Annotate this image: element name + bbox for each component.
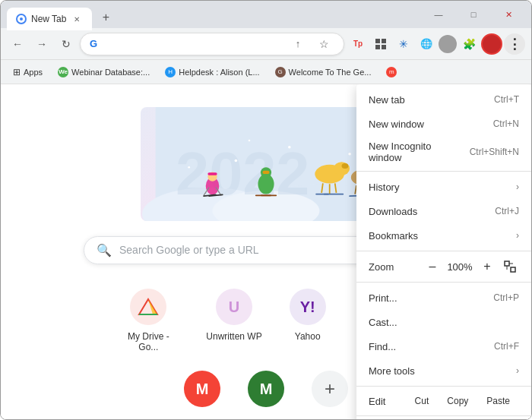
active-tab[interactable]: New Tab ✕ (7, 8, 92, 30)
print-label: Print... (369, 292, 487, 304)
cut-button[interactable]: Cut (406, 393, 439, 409)
shortcut-wp[interactable]: U Unwritten WP (200, 283, 268, 358)
svg-point-38 (188, 166, 190, 169)
tab-favicon (16, 14, 27, 24)
svg-point-1 (20, 17, 23, 21)
bookmark-welcome[interactable]: G Welcome To The Ge... (269, 65, 378, 80)
globe-icon[interactable]: 🌐 (416, 33, 437, 55)
menu-more-tools[interactable]: More tools › (356, 358, 531, 383)
apps-icon: ⊞ (13, 67, 21, 77)
profile-avatar[interactable] (481, 33, 502, 55)
close-window-button[interactable]: ✕ (492, 4, 525, 25)
toolbar: ← → ↻ G ↑ ☆ Tp ✳ 🌐 🧩 ⋮ (1, 28, 531, 60)
more-tools-arrow: › (516, 365, 519, 376)
window-action-btns: — □ ✕ (422, 4, 525, 25)
forward-button[interactable]: → (31, 33, 52, 55)
zoom-minus-button[interactable]: – (423, 257, 442, 276)
bookmarks-bar: ⊞ Apps We Webinar Database:... H Helpdes… (1, 60, 531, 84)
shortcut-add[interactable]: + (306, 365, 354, 419)
puzzle-icon[interactable]: 🧩 (458, 33, 480, 55)
zoom-expand-button[interactable] (501, 257, 519, 276)
menu-print[interactable]: Print... Ctrl+P (356, 286, 531, 310)
wp-icon: U (216, 289, 252, 325)
downloads-shortcut: Ctrl+J (495, 206, 519, 216)
google-doodle: 2022 (141, 107, 391, 221)
zoom-value: 100% (446, 261, 473, 273)
zoom-controls: – 100% + (423, 257, 519, 276)
content-area: 2022 (1, 84, 531, 419)
tab-close-btn[interactable]: ✕ (71, 13, 83, 25)
zoom-label: Zoom (369, 261, 420, 273)
svg-rect-3 (382, 39, 386, 43)
downloads-label: Downloads (369, 206, 489, 217)
svg-point-12 (334, 162, 350, 175)
menu-downloads[interactable]: Downloads Ctrl+J (356, 199, 531, 223)
svg-point-40 (249, 140, 251, 142)
menu-new-tab[interactable]: New tab Ctrl+T (356, 87, 531, 112)
grey-circle-icon[interactable] (439, 35, 457, 53)
find-shortcut: Ctrl+F (494, 341, 519, 352)
new-tab-button[interactable]: + (95, 7, 116, 28)
menu-cast[interactable]: Cast... (356, 310, 531, 334)
edit-label: Edit (369, 396, 406, 407)
separator-2 (356, 251, 531, 251)
yahoo-icon: Y! (290, 289, 326, 325)
history-label: History (369, 182, 510, 193)
menu-new-window[interactable]: New window Ctrl+N (356, 112, 531, 136)
add-shortcut-icon: + (312, 371, 348, 407)
bookmark-m[interactable]: m (380, 65, 403, 80)
address-favicon: G (90, 38, 97, 49)
bookmarks-arrow: › (516, 230, 519, 241)
shortcut-m-red[interactable]: M (178, 365, 226, 419)
new-tab-shortcut: Ctrl+T (494, 94, 519, 105)
bookmark-star-icon[interactable]: ☆ (313, 33, 334, 55)
tp-extension-icon[interactable]: Tp (347, 33, 369, 55)
wp-label: Unwritten WP (206, 331, 261, 342)
helpdesk-favicon: H (165, 67, 176, 77)
grid-extension-icon[interactable] (370, 33, 391, 55)
address-bar[interactable]: G ↑ ☆ (80, 33, 344, 55)
minimize-button[interactable]: — (422, 4, 455, 25)
back-button[interactable]: ← (7, 33, 28, 55)
menu-history[interactable]: History › (356, 175, 531, 199)
svg-rect-4 (375, 45, 380, 49)
m-green-icon: M (248, 371, 284, 407)
new-tab-label: New tab (369, 94, 488, 106)
new-window-shortcut: Ctrl+N (493, 118, 519, 129)
shortcut-drive[interactable]: My Drive - Go... (112, 283, 185, 358)
separator-3 (356, 282, 531, 283)
title-bar: New Tab ✕ + — □ ✕ (1, 1, 531, 28)
shortcut-yahoo[interactable]: Y! Yahoo (283, 283, 332, 358)
shortcut-m-green[interactable]: M (242, 365, 290, 419)
copy-button[interactable]: Copy (438, 393, 477, 409)
apps-label: Apps (24, 68, 43, 77)
svg-rect-21 (263, 171, 270, 174)
yahoo-label: Yahoo (295, 331, 321, 342)
bookmarks-apps[interactable]: ⊞ Apps (7, 65, 49, 80)
bookmarks-label: Bookmarks (369, 230, 510, 242)
svg-rect-5 (382, 45, 386, 49)
menu-bookmarks[interactable]: Bookmarks › (356, 223, 531, 248)
paste-button[interactable]: Paste (477, 393, 519, 409)
separator-5 (356, 415, 531, 416)
helpdesk-label: Helpdesk : Alison (L... (179, 68, 259, 77)
maximize-button[interactable]: □ (457, 4, 490, 25)
chrome-menu-button[interactable]: ⋮ (504, 33, 525, 55)
share-icon[interactable]: ↑ (287, 33, 309, 55)
drive-icon (130, 289, 166, 325)
zoom-plus-button[interactable]: + (478, 257, 496, 276)
drive-label: My Drive - Go... (118, 331, 179, 352)
reload-button[interactable]: ↻ (55, 33, 77, 55)
tab-bar: New Tab ✕ + (7, 1, 416, 28)
svg-rect-45 (511, 267, 515, 272)
svg-point-37 (288, 146, 291, 149)
bookmark-helpdesk[interactable]: H Helpdesk : Alison (L... (159, 65, 265, 80)
snowflake-extension-icon[interactable]: ✳ (393, 33, 414, 55)
toolbar-icons: Tp ✳ 🌐 🧩 ⋮ (347, 33, 525, 55)
menu-find[interactable]: Find... Ctrl+F (356, 334, 531, 358)
svg-rect-26 (207, 172, 217, 175)
m-favicon: m (386, 67, 397, 77)
search-placeholder: Search Google or type a URL (119, 244, 259, 256)
bookmark-webinar[interactable]: We Webinar Database:... (52, 65, 156, 80)
menu-new-incognito[interactable]: New Incognito window Ctrl+Shift+N (356, 136, 531, 168)
